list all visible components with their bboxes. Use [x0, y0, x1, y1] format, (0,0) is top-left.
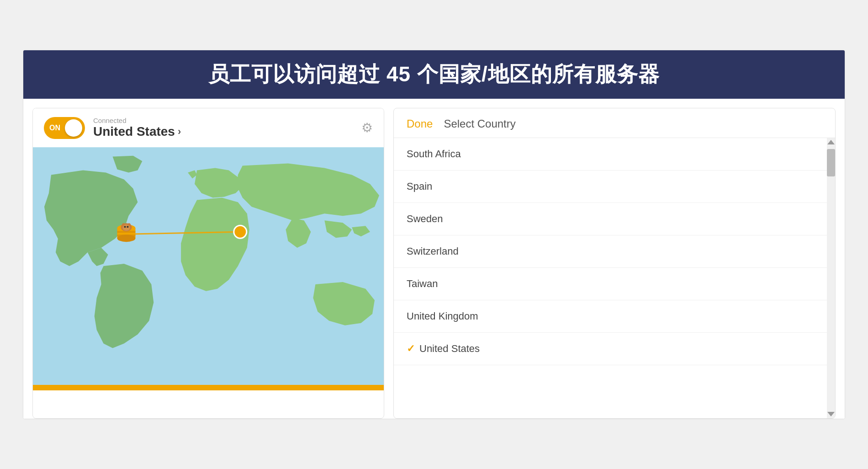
- svg-point-13: [234, 225, 247, 238]
- list-item[interactable]: Switzerland: [394, 235, 827, 268]
- gold-bar: [33, 385, 384, 390]
- settings-icon[interactable]: ⚙: [361, 120, 373, 135]
- scroll-up-arrow[interactable]: [827, 140, 835, 144]
- vpn-toggle[interactable]: ON: [44, 117, 85, 139]
- country-name-label: United States: [419, 343, 480, 355]
- list-item[interactable]: South Africa: [394, 138, 827, 171]
- toggle-area: ON Connected United States ›: [44, 117, 181, 139]
- country-list-wrapper: South AfricaSpainSwedenSwitzerlandTaiwan…: [394, 138, 835, 418]
- toggle-knob: [65, 119, 82, 137]
- list-item[interactable]: Spain: [394, 171, 827, 203]
- vpn-map: [33, 147, 384, 385]
- page-title: 员工可以访问超过 45 个国家/地区的所有服务器: [42, 60, 826, 89]
- world-map-svg: [33, 147, 384, 385]
- svg-point-11: [124, 226, 126, 228]
- vpn-panel: ON Connected United States › ⚙: [32, 108, 384, 419]
- vpn-top-bar: ON Connected United States › ⚙: [33, 108, 384, 147]
- svg-rect-6: [117, 234, 136, 236]
- list-item[interactable]: ✓United States: [394, 333, 827, 365]
- select-country-title: Select Country: [444, 117, 515, 130]
- country-name-label: Taiwan: [407, 278, 438, 290]
- country-name-label: Sweden: [407, 213, 443, 225]
- country-name-label: South Africa: [407, 148, 461, 160]
- connected-country-display[interactable]: United States ›: [93, 124, 181, 139]
- scroll-down-arrow[interactable]: [827, 412, 835, 416]
- connection-info: Connected United States ›: [93, 117, 181, 139]
- app-container: 员工可以访问超过 45 个国家/地区的所有服务器 ON Connected Un…: [23, 50, 845, 419]
- header-bar: 员工可以访问超过 45 个国家/地区的所有服务器: [23, 50, 845, 99]
- content-area: ON Connected United States › ⚙: [23, 99, 845, 419]
- scrollbar: [827, 138, 835, 418]
- svg-point-12: [127, 226, 128, 228]
- scroll-thumb-area: [827, 144, 835, 412]
- vpn-origin-icon: [117, 223, 136, 242]
- country-name-label: Switzerland: [407, 245, 459, 257]
- svg-point-10: [122, 224, 130, 231]
- country-panel-header: Done Select Country: [394, 108, 835, 138]
- country-panel: Done Select Country South AfricaSpainSwe…: [393, 108, 836, 419]
- checkmark-icon: ✓: [407, 343, 415, 355]
- list-item[interactable]: United Kingdom: [394, 300, 827, 333]
- country-list[interactable]: South AfricaSpainSwedenSwitzerlandTaiwan…: [394, 138, 835, 418]
- connection-status: Connected: [93, 117, 181, 124]
- chevron-icon: ›: [178, 126, 181, 138]
- scroll-thumb[interactable]: [827, 149, 835, 176]
- country-name-label: United Kingdom: [407, 310, 478, 322]
- done-button[interactable]: Done: [407, 117, 433, 130]
- list-item[interactable]: Sweden: [394, 203, 827, 235]
- list-item[interactable]: Taiwan: [394, 268, 827, 300]
- country-name-label: Spain: [407, 181, 432, 192]
- toggle-label: ON: [49, 124, 60, 132]
